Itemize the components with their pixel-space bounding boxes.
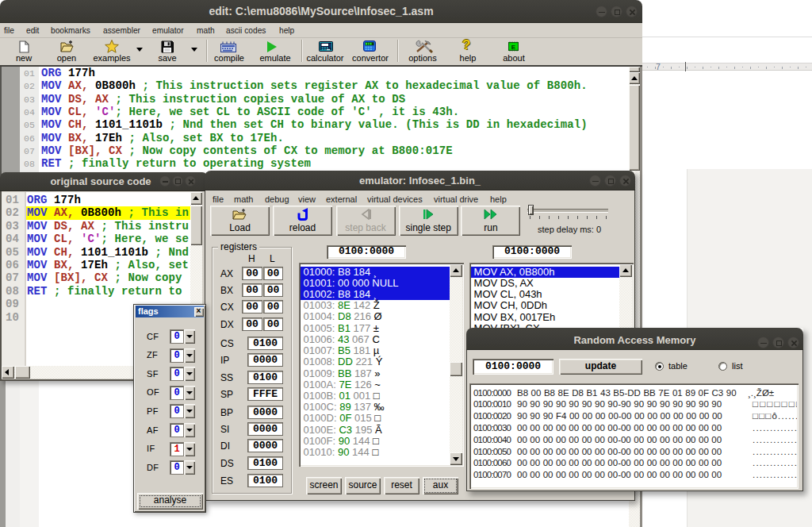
svg-text:E: E bbox=[511, 44, 516, 51]
